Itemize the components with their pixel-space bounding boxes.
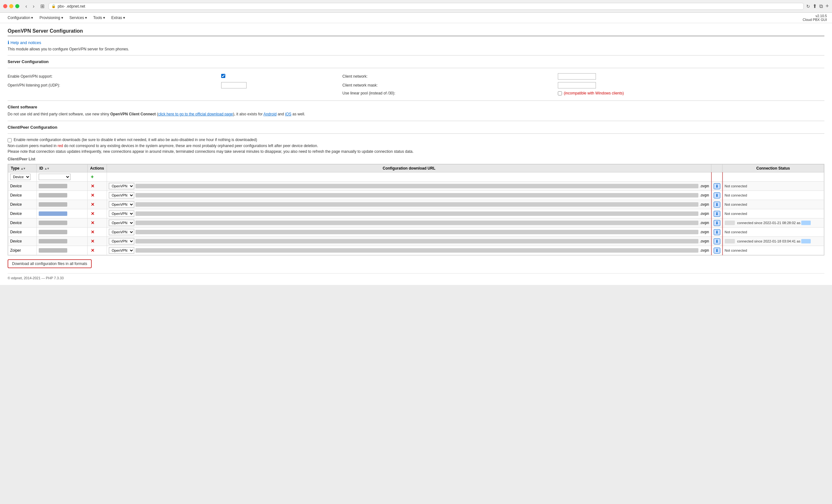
ios-link[interactable]: iOS <box>285 112 291 116</box>
server-config-divider <box>8 68 824 68</box>
maximize-traffic-light[interactable] <box>15 4 19 8</box>
id-sort-icon[interactable]: ▲▾ <box>44 167 49 170</box>
table-row: Device ✕ OpenVPN .ovpn ⬇ <box>8 191 824 200</box>
minimize-traffic-light[interactable] <box>9 4 13 8</box>
browser-chrome: ‹ › ⊞ 🔒 pbx- .edpnet.net ↻ ⬆ ⧉ + <box>0 0 832 13</box>
row7-format-select[interactable]: OpenVPN <box>109 238 134 244</box>
row2-status: Not connected <box>723 191 824 200</box>
row5-delete-button[interactable]: ✕ <box>89 220 96 225</box>
row8-format-select[interactable]: OpenVPN <box>109 247 134 254</box>
row4-download-cell: ⬇ <box>711 209 723 218</box>
nav-services[interactable]: Services ▾ <box>67 14 89 21</box>
row5-format-select[interactable]: OpenVPN <box>109 220 134 226</box>
add-row-button[interactable]: + <box>89 174 95 180</box>
reload-button[interactable]: ↻ <box>806 4 810 9</box>
remote-download-checkbox[interactable] <box>8 138 12 142</box>
row1-delete-button[interactable]: ✕ <box>89 184 96 189</box>
linear-pool-checkbox[interactable] <box>558 91 562 95</box>
new-row: Device + <box>8 172 824 181</box>
android-link[interactable]: Android <box>263 112 277 116</box>
table-row: Device ✕ OpenVPN .ovpn ⬇ <box>8 181 824 191</box>
row2-delete-button[interactable]: ✕ <box>89 193 96 198</box>
new-row-type-cell: Device <box>8 172 37 181</box>
row5-status: connected since 2022-01-21 08:28:02 as <box>723 218 824 228</box>
row8-url-cell: OpenVPN .ovpn <box>107 246 711 255</box>
footer-text: © edpnet, 2014-2021 --- PHP 7.3.33 <box>8 273 824 280</box>
port-input[interactable]: 1194 <box>221 82 246 88</box>
server-config-heading: Server Configuration <box>8 59 824 64</box>
row4-download-button[interactable]: ⬇ <box>713 211 720 217</box>
col-header-actions: Actions <box>87 165 107 172</box>
row7-download-button[interactable]: ⬇ <box>713 239 720 244</box>
row3-url-blurred <box>135 202 698 207</box>
client-peer-config-heading: Client/Peer Configuration <box>8 125 824 130</box>
row6-delete-button[interactable]: ✕ <box>89 229 96 234</box>
address-bar[interactable]: 🔒 pbx- .edpnet.net <box>49 3 804 10</box>
version-number: v2.10.5 <box>803 14 827 18</box>
row6-status: Not connected <box>723 228 824 237</box>
client-sw-divider <box>8 101 824 101</box>
row6-download-cell: ⬇ <box>711 228 723 237</box>
row4-format-select[interactable]: OpenVPN <box>109 211 134 217</box>
row1-format-select[interactable]: OpenVPN <box>109 183 134 189</box>
app-name: Cloud PBX GUI <box>803 18 827 22</box>
help-link[interactable]: ℹ Help and notices <box>8 40 824 45</box>
row7-delete-button[interactable]: ✕ <box>89 239 96 244</box>
row5-type: Device <box>8 218 37 228</box>
lock-icon: 🔒 <box>51 4 56 8</box>
row4-delete-button[interactable]: ✕ <box>89 211 96 216</box>
nav-tools-label: Tools <box>93 16 102 20</box>
row5-download-button[interactable]: ⬇ <box>713 220 720 226</box>
new-row-id-select[interactable] <box>39 174 71 180</box>
close-traffic-light[interactable] <box>3 4 7 8</box>
nav-tools-arrow: ▾ <box>103 16 105 20</box>
nav-tools[interactable]: Tools ▾ <box>91 14 108 21</box>
nav-extras[interactable]: Extras ▾ <box>109 14 128 21</box>
row3-format-select[interactable]: OpenVPN <box>109 201 134 207</box>
new-tab-button[interactable]: + <box>825 3 829 9</box>
row1-status: Not connected <box>723 181 824 191</box>
row6-download-button[interactable]: ⬇ <box>713 229 720 235</box>
forward-button[interactable]: › <box>31 3 36 10</box>
row1-download-button[interactable]: ⬇ <box>713 183 720 189</box>
red-text-note: red <box>57 144 63 148</box>
row2-format-select[interactable]: OpenVPN <box>109 192 134 198</box>
nav-provisioning[interactable]: Provisioning ▾ <box>37 14 66 21</box>
client-product-name: OpenVPN Client Connect <box>110 112 156 116</box>
table-row: Device ✕ OpenVPN .ovpn ⬇ <box>8 218 824 228</box>
sidebar-button[interactable]: ⊞ <box>39 3 46 10</box>
share-button[interactable]: ⬆ <box>813 3 817 9</box>
row5-url-blurred <box>135 221 698 225</box>
row1-actions: ✕ <box>87 181 107 191</box>
row6-format-select[interactable]: OpenVPN <box>109 229 134 235</box>
client-network-input[interactable]: 10.30.0.0 <box>558 73 596 80</box>
row3-delete-button[interactable]: ✕ <box>89 202 96 207</box>
row8-delete-button[interactable]: ✕ <box>89 248 96 253</box>
client-sw-text-before: Do not use old and third party client so… <box>8 112 110 116</box>
row8-download-button[interactable]: ⬇ <box>713 248 720 254</box>
enable-openvpn-checkbox[interactable] <box>221 74 225 78</box>
row8-download-cell: ⬇ <box>711 246 723 255</box>
new-row-type-select[interactable]: Device <box>10 174 30 180</box>
row4-url-suffix: .ovpn <box>700 212 709 216</box>
client-software-heading: Client software <box>8 105 824 109</box>
row2-download-button[interactable]: ⬇ <box>713 192 720 198</box>
client-sw-text-middle: , it also exists for <box>234 112 263 116</box>
tab-button[interactable]: ⧉ <box>819 3 823 9</box>
nav-services-arrow: ▾ <box>85 16 87 20</box>
download-all-button[interactable]: Download all configuration files in all … <box>8 259 92 268</box>
new-row-actions-cell: + <box>87 172 107 181</box>
back-button[interactable]: ‹ <box>24 3 29 10</box>
nav-services-label: Services <box>70 16 84 20</box>
browser-titlebar: ‹ › ⊞ 🔒 pbx- .edpnet.net ↻ ⬆ ⧉ + <box>3 3 829 10</box>
row3-download-button[interactable]: ⬇ <box>713 202 720 207</box>
type-sort-icon[interactable]: ▲▾ <box>20 167 25 170</box>
nav-configuration-arrow: ▾ <box>31 16 33 20</box>
nav-configuration[interactable]: Configuration ▾ <box>5 14 35 21</box>
row7-url-blurred <box>135 239 698 244</box>
official-download-link[interactable]: click here to go to the official downloa… <box>158 112 233 116</box>
client-mask-input[interactable]: 255.255.255.0 <box>558 82 596 88</box>
row8-actions: ✕ <box>87 246 107 255</box>
nav-extras-label: Extras <box>111 16 122 20</box>
col-header-id: ID ▲▾ <box>37 165 87 172</box>
